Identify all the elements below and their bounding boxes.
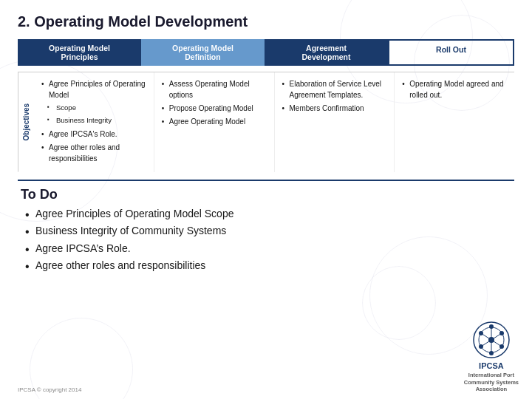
phase-bar: Operating Model Principles Operating Mod… <box>18 39 514 66</box>
todo-title: To Do <box>21 187 511 202</box>
col-principles: Agree Principles of Operating Model Scop… <box>34 72 154 172</box>
todo-list: Agree Principles of Operating Model Scop… <box>21 207 511 273</box>
svg-line-10 <box>491 333 502 340</box>
list-item: Business Integrity <box>41 115 146 126</box>
footer-copyright: IPCSA © copyright 2014 <box>18 386 81 393</box>
todo-item: Agree Principles of Operating Model Scop… <box>21 207 511 222</box>
list-item: Agree other roles and responsibilities <box>41 142 146 164</box>
svg-line-11 <box>491 340 502 347</box>
col-agreement: Elaboration of Service Level Agreement T… <box>275 72 395 172</box>
todo-item: Agree IPCSA’s Role. <box>21 242 511 256</box>
svg-line-14 <box>481 333 491 340</box>
objectives-row: Objectives Agree Principles of Operating… <box>18 72 514 172</box>
list-item: Operating Model agreed and rolled out. <box>402 78 507 100</box>
col-definition: Assess Operating Model options Propose O… <box>154 72 275 172</box>
content-columns: Agree Principles of Operating Model Scop… <box>34 72 514 172</box>
todo-section: To Do Agree Principles of Operating Mode… <box>18 187 514 273</box>
list-item: Members Confirmation <box>282 103 387 114</box>
page-title: 2. Operating Model Development <box>18 13 514 30</box>
col-rollout: Operating Model agreed and rolled out. <box>395 72 514 172</box>
phase-agreement: Agreement Development <box>265 39 388 66</box>
todo-item: Agree other roles and responsibilities <box>21 259 511 273</box>
svg-line-13 <box>481 340 491 347</box>
list-item: Scope <box>41 103 146 113</box>
phase-rollout: Roll Out <box>388 39 514 66</box>
list-item: Agree Operating Model <box>162 116 267 127</box>
phase-definition: Operating Model Definition <box>141 39 265 66</box>
phase-principles: Operating Model Principles <box>18 39 141 66</box>
list-item: Elaboration of Service Level Agreement T… <box>282 78 387 100</box>
ipcsa-logo-icon <box>472 321 511 359</box>
list-item: Agree IPCSA's Role. <box>41 129 146 140</box>
list-item: Agree Principles of Operating Model <box>41 78 146 100</box>
list-item: Assess Operating Model options <box>162 78 267 100</box>
ipcsa-logo: IPCSA International Port Community Syste… <box>464 321 519 393</box>
todo-item: Business Integrity of Community Systems <box>21 224 511 239</box>
ipcsa-logo-label: IPCSA International Port Community Syste… <box>464 361 519 393</box>
list-item: Propose Operating Model <box>162 103 267 114</box>
section-divider <box>18 180 514 181</box>
objectives-label: Objectives <box>18 72 34 172</box>
